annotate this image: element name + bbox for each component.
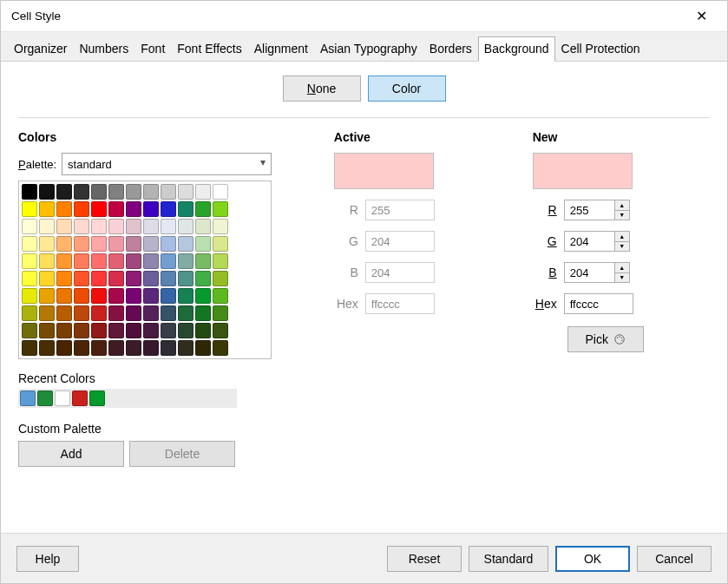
close-icon[interactable]: ✕ bbox=[684, 4, 718, 29]
reset-button[interactable]: Reset bbox=[387, 546, 462, 572]
color-swatch[interactable] bbox=[195, 305, 211, 321]
color-swatch[interactable] bbox=[143, 236, 159, 252]
color-swatch[interactable] bbox=[56, 271, 72, 286]
color-swatch[interactable] bbox=[39, 236, 55, 252]
color-swatch[interactable] bbox=[126, 253, 141, 269]
color-swatch[interactable] bbox=[108, 219, 124, 234]
color-swatch[interactable] bbox=[126, 305, 141, 321]
color-swatch[interactable] bbox=[22, 340, 37, 356]
tab-background[interactable]: Background bbox=[478, 36, 555, 62]
color-swatch[interactable] bbox=[195, 236, 211, 252]
color-swatch[interactable] bbox=[213, 253, 228, 269]
color-swatch[interactable] bbox=[213, 323, 228, 338]
pick-button[interactable]: Pick bbox=[567, 326, 644, 352]
color-swatch[interactable] bbox=[126, 288, 141, 304]
standard-button[interactable]: Standard bbox=[469, 546, 548, 572]
color-swatch[interactable] bbox=[108, 271, 124, 286]
new-r-value[interactable]: 255 bbox=[564, 200, 614, 220]
spin-icons[interactable]: ▲▼ bbox=[614, 262, 630, 283]
color-swatch[interactable] bbox=[143, 323, 159, 338]
color-swatch[interactable] bbox=[108, 288, 124, 304]
color-swatch[interactable] bbox=[178, 184, 193, 200]
tab-borders[interactable]: Borders bbox=[423, 36, 478, 62]
color-swatch[interactable] bbox=[74, 253, 89, 269]
color-swatch[interactable] bbox=[74, 219, 89, 234]
mode-none-button[interactable]: None bbox=[283, 75, 361, 102]
color-swatch[interactable] bbox=[22, 184, 37, 200]
tab-numbers[interactable]: Numbers bbox=[73, 36, 134, 62]
add-button[interactable]: Add bbox=[18, 441, 124, 467]
color-swatch[interactable] bbox=[161, 305, 176, 321]
new-g-value[interactable]: 204 bbox=[564, 231, 614, 252]
color-swatch[interactable] bbox=[178, 219, 193, 234]
color-swatch[interactable] bbox=[195, 184, 211, 200]
color-swatch[interactable] bbox=[56, 184, 72, 200]
recent-swatch[interactable] bbox=[72, 390, 88, 406]
color-swatch[interactable] bbox=[213, 288, 228, 304]
color-swatch[interactable] bbox=[91, 323, 107, 338]
color-swatch[interactable] bbox=[126, 271, 141, 286]
color-swatch[interactable] bbox=[74, 323, 89, 338]
color-swatch[interactable] bbox=[213, 305, 228, 321]
color-swatch[interactable] bbox=[161, 271, 176, 286]
palette-select[interactable]: standard bbox=[62, 153, 272, 175]
color-swatch[interactable] bbox=[91, 236, 107, 252]
color-swatch[interactable] bbox=[74, 288, 89, 304]
color-swatch[interactable] bbox=[91, 201, 107, 217]
color-swatch[interactable] bbox=[22, 253, 37, 269]
color-swatch[interactable] bbox=[39, 219, 55, 234]
recent-swatch[interactable] bbox=[37, 390, 53, 406]
color-swatch[interactable] bbox=[195, 323, 211, 338]
color-swatch[interactable] bbox=[213, 219, 228, 234]
tab-asian-typography[interactable]: Asian Typography bbox=[314, 36, 423, 62]
new-hex-value[interactable]: ffcccc bbox=[564, 293, 633, 314]
color-swatch[interactable] bbox=[213, 201, 228, 217]
color-swatch[interactable] bbox=[195, 288, 211, 304]
color-swatch[interactable] bbox=[178, 236, 193, 252]
color-swatch[interactable] bbox=[39, 305, 55, 321]
color-swatch[interactable] bbox=[91, 340, 107, 356]
new-b-value[interactable]: 204 bbox=[564, 262, 614, 283]
color-swatch[interactable] bbox=[22, 219, 37, 234]
color-swatch[interactable] bbox=[178, 271, 193, 286]
color-swatch[interactable] bbox=[108, 323, 124, 338]
color-swatch[interactable] bbox=[91, 305, 107, 321]
color-swatch[interactable] bbox=[39, 323, 55, 338]
color-swatch[interactable] bbox=[195, 253, 211, 269]
color-swatch[interactable] bbox=[91, 253, 107, 269]
color-swatch[interactable] bbox=[108, 236, 124, 252]
color-swatch[interactable] bbox=[143, 288, 159, 304]
color-swatch[interactable] bbox=[213, 236, 228, 252]
color-swatch[interactable] bbox=[161, 253, 176, 269]
color-swatch[interactable] bbox=[178, 288, 193, 304]
color-swatch[interactable] bbox=[56, 305, 72, 321]
tab-cell-protection[interactable]: Cell Protection bbox=[555, 36, 646, 62]
color-swatch[interactable] bbox=[178, 305, 193, 321]
ok-button[interactable]: OK bbox=[555, 546, 630, 572]
color-swatch[interactable] bbox=[74, 340, 89, 356]
color-swatch[interactable] bbox=[143, 305, 159, 321]
spin-icons[interactable]: ▲▼ bbox=[614, 200, 630, 220]
color-swatch[interactable] bbox=[195, 219, 211, 234]
color-swatch[interactable] bbox=[161, 184, 176, 200]
color-swatch[interactable] bbox=[74, 184, 89, 200]
color-swatch[interactable] bbox=[213, 184, 228, 200]
color-swatch[interactable] bbox=[91, 219, 107, 234]
recent-swatch[interactable] bbox=[55, 390, 70, 406]
color-swatch[interactable] bbox=[22, 305, 37, 321]
recent-swatch[interactable] bbox=[89, 390, 105, 406]
color-swatch[interactable] bbox=[143, 271, 159, 286]
color-swatch[interactable] bbox=[161, 288, 176, 304]
color-swatch[interactable] bbox=[178, 340, 193, 356]
color-swatch[interactable] bbox=[126, 219, 141, 234]
color-swatch[interactable] bbox=[39, 271, 55, 286]
color-swatch[interactable] bbox=[161, 340, 176, 356]
color-swatch[interactable] bbox=[56, 288, 72, 304]
color-swatch[interactable] bbox=[195, 271, 211, 286]
color-swatch[interactable] bbox=[178, 201, 193, 217]
color-swatch[interactable] bbox=[161, 323, 176, 338]
color-swatch[interactable] bbox=[22, 288, 37, 304]
spin-icons[interactable]: ▲▼ bbox=[614, 231, 630, 252]
color-swatch[interactable] bbox=[108, 253, 124, 269]
color-swatch[interactable] bbox=[108, 184, 124, 200]
